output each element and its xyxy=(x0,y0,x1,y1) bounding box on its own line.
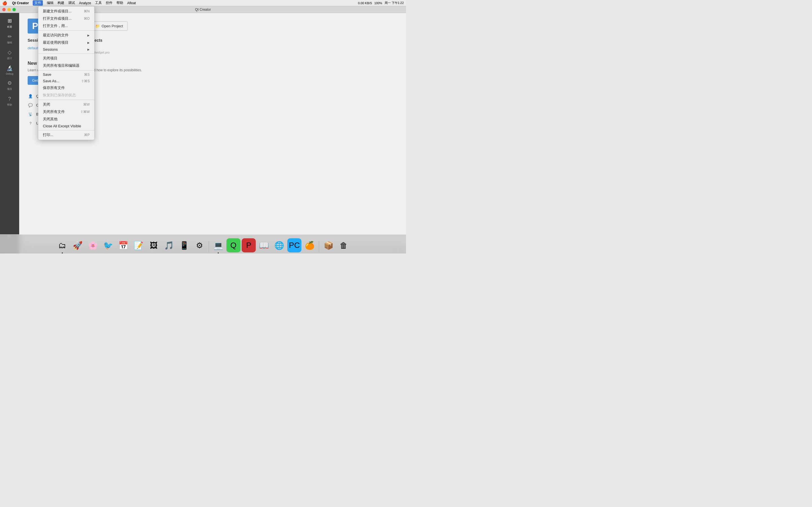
sidebar-label-debug: Debug xyxy=(6,72,13,75)
close-button[interactable] xyxy=(2,8,6,11)
maximize-button[interactable] xyxy=(12,8,16,11)
menubar-build-menu[interactable]: 构建 xyxy=(57,1,64,5)
dock-safari[interactable]: 🌐 xyxy=(272,238,286,252)
menu-recent-projects-label: 最近使用的项目 xyxy=(43,40,68,45)
menu-save-as-shortcut: ⇧⌘S xyxy=(81,79,90,83)
dock-music[interactable]: 🎵 xyxy=(162,238,176,252)
menubar-network: 0.00 KB/S xyxy=(358,1,372,5)
sidebar-label-design: 设计 xyxy=(7,57,12,60)
menu-sessions[interactable]: Sessions ▶ xyxy=(38,46,94,53)
dock-sysprefs[interactable]: ⚙ xyxy=(192,238,206,252)
dock-siri[interactable]: 🌸 xyxy=(86,238,100,252)
menu-open-with-label: 打开文件，用... xyxy=(43,23,68,29)
edit-icon: ✏ xyxy=(6,33,13,40)
dock-qt[interactable]: Q xyxy=(226,238,241,252)
menu-close-label: 关闭 xyxy=(43,102,50,107)
menu-close-all[interactable]: 关闭所有项目和编辑器 xyxy=(38,62,94,69)
projects-icon: ⚙ xyxy=(6,80,13,87)
menu-close-all-files[interactable]: 关闭所有文件 ⇧⌘W xyxy=(38,108,94,115)
menu-save-shortcut: ⌘S xyxy=(84,73,90,76)
menu-recent-files-arrow: ▶ xyxy=(87,34,90,37)
sidebar-label-help: 帮助 xyxy=(7,103,12,107)
menu-new-file[interactable]: 新建文件或项目... ⌘N xyxy=(38,8,94,15)
menu-recent-files-label: 最近访问的文件 xyxy=(43,33,68,38)
menu-save-all[interactable]: 保存所有文件 xyxy=(38,84,94,92)
sidebar-item-debug[interactable]: 🔬 Debug xyxy=(0,62,19,77)
menu-new-file-label: 新建文件或项目... xyxy=(43,9,71,14)
menu-save-all-label: 保存所有文件 xyxy=(43,86,65,91)
dock-terminal[interactable]: 💻 xyxy=(211,238,225,252)
menu-close-project[interactable]: 关闭项目 xyxy=(38,55,94,62)
dock-trash[interactable]: 🗑 xyxy=(337,238,351,252)
sidebar-item-welcome[interactable]: ⊞ 欢迎 xyxy=(0,15,19,31)
menu-save-label: Save xyxy=(43,72,51,76)
dock-pycharm[interactable]: PC xyxy=(287,238,301,252)
menu-save-as[interactable]: Save As... ⇧⌘S xyxy=(38,78,94,84)
menu-close[interactable]: 关闭 ⌘W xyxy=(38,101,94,108)
menubar-analyze-menu[interactable]: Analyze xyxy=(79,1,91,5)
sidebar-label-projects: 项目 xyxy=(7,87,12,91)
open-project-button[interactable]: 📁 Open Project xyxy=(91,21,128,31)
file-dropdown-menu: 新建文件或项目... ⌘N 打开文件或项目... ⌘O 打开文件，用... 最近… xyxy=(38,6,94,140)
account-icon: 👤 xyxy=(28,93,33,99)
menu-revert-label: 恢复到已保存的状态 xyxy=(43,93,76,98)
menu-sep-1 xyxy=(38,31,94,31)
sidebar-item-projects[interactable]: ⚙ 项目 xyxy=(0,77,19,93)
menu-close-other-label: 关闭其他 xyxy=(43,117,57,122)
menu-print[interactable]: 打印... ⌘P xyxy=(38,131,94,138)
help-icon: ? xyxy=(6,96,13,102)
traffic-lights xyxy=(2,8,16,11)
menubar-tools-menu[interactable]: 工具 xyxy=(95,1,102,5)
dock: 🗂 🚀 🌸 🐦 📅 📝 🖼 🎵 📱 ⚙ 💻 Q P 📖 🌐 PC 🍊 📦 🗑 xyxy=(0,234,406,253)
menu-save-as-label: Save As... xyxy=(43,79,59,83)
menu-recent-projects[interactable]: 最近使用的项目 ▶ xyxy=(38,39,94,46)
menu-open-file[interactable]: 打开文件或项目... ⌘O xyxy=(38,15,94,22)
menu-close-other[interactable]: 关闭其他 xyxy=(38,115,94,123)
dock-twitter[interactable]: 🐦 xyxy=(101,238,115,252)
dock-notes[interactable]: 📝 xyxy=(132,238,146,252)
menubar-afloat-menu[interactable]: Afloat xyxy=(127,1,136,5)
design-icon: ◇ xyxy=(6,49,13,56)
community-icon: 💬 xyxy=(28,102,33,108)
menu-sep-3 xyxy=(38,70,94,70)
menubar-battery: 100% xyxy=(374,1,382,5)
menubar-controls-menu[interactable]: 控件 xyxy=(106,1,112,5)
menu-close-all-label: 关闭所有项目和编辑器 xyxy=(43,63,80,68)
menu-print-label: 打印... xyxy=(43,132,53,137)
dock-appstore[interactable]: 📱 xyxy=(177,238,191,252)
blogs-icon: 📡 xyxy=(28,111,33,117)
dock-squash[interactable]: 🍊 xyxy=(303,238,317,252)
sidebar-item-edit[interactable]: ✏ 编辑 xyxy=(0,31,19,47)
user-guide-icon: ? xyxy=(28,120,33,126)
dock-archive[interactable]: 📦 xyxy=(321,238,336,252)
menubar-file-menu[interactable]: 文件 xyxy=(33,0,43,6)
welcome-icon: ⊞ xyxy=(6,17,13,24)
menu-save[interactable]: Save ⌘S xyxy=(38,71,94,78)
menu-close-shortcut: ⌘W xyxy=(83,103,90,107)
menu-print-shortcut: ⌘P xyxy=(84,133,90,137)
minimize-button[interactable] xyxy=(7,8,11,11)
menu-revert: 恢复到已保存的状态 xyxy=(38,92,94,99)
menubar-edit-menu[interactable]: 编辑 xyxy=(47,1,54,5)
dock-finder-dot xyxy=(62,252,63,253)
sidebar-item-design[interactable]: ◇ 设计 xyxy=(0,47,19,62)
dock-plasticity[interactable]: P xyxy=(242,238,256,252)
menu-recent-files[interactable]: 最近访问的文件 ▶ xyxy=(38,32,94,39)
sidebar-item-help[interactable]: ? 帮助 xyxy=(0,93,19,109)
dock-finder[interactable]: 🗂 xyxy=(55,238,69,252)
menubar-help-menu[interactable]: 帮助 xyxy=(116,1,123,5)
dock-rocket[interactable]: 🚀 xyxy=(70,238,85,252)
menu-open-with[interactable]: 打开文件，用... xyxy=(38,22,94,30)
menubar-right: 0.00 KB/S 100% 周一 下午1:22 xyxy=(358,1,404,5)
dock-dictionary[interactable]: 📖 xyxy=(257,238,271,252)
menu-close-project-label: 关闭项目 xyxy=(43,56,57,61)
apple-menu[interactable]: 🍎 xyxy=(2,1,7,5)
menu-close-all-except-visible[interactable]: Close All Except Visible xyxy=(38,123,94,129)
menu-close-all-except-visible-label: Close All Except Visible xyxy=(43,124,81,128)
menubar-app-name[interactable]: Qt Creator xyxy=(12,1,29,5)
dock-photos[interactable]: 🖼 xyxy=(147,238,161,252)
menubar-debug-menu[interactable]: 调试 xyxy=(68,1,75,5)
open-project-label: Open Project xyxy=(101,24,123,28)
menubar: 🍎 Qt Creator 文件 编辑 构建 调试 Analyze 工具 控件 帮… xyxy=(0,0,406,6)
dock-calendar[interactable]: 📅 xyxy=(116,238,130,252)
